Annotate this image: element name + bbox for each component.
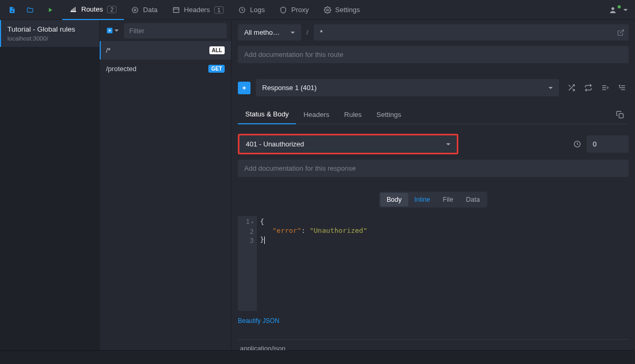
response-select[interactable]: Response 1 (401) [256, 79, 559, 96]
data-icon [131, 6, 139, 14]
route-item[interactable]: /protected GET [100, 60, 231, 78]
tab-data-label: Data [143, 6, 157, 14]
svg-rect-2 [174, 7, 179, 12]
svg-point-1 [132, 7, 138, 13]
method-badge: GET [208, 65, 225, 73]
chevron-down-icon [114, 29, 119, 32]
subtab-rules[interactable]: Rules [337, 105, 369, 124]
proxy-icon [280, 6, 287, 14]
bodytab-inline[interactable]: Inline [408, 193, 437, 206]
open-folder-icon[interactable] [22, 2, 38, 18]
response-doc-input[interactable] [238, 160, 629, 177]
tab-routes-badge: 2 [107, 6, 117, 13]
user-icon [609, 6, 617, 14]
route-path: /protected [106, 65, 137, 73]
path-separator: / [306, 28, 309, 36]
svg-point-0 [134, 9, 137, 11]
sidebar-env-item[interactable]: Tutorial - Global rules localhost:3000/ [0, 20, 99, 47]
method-value: All metho… [244, 28, 280, 36]
tab-headers-badge: 1 [214, 6, 224, 14]
editor-code[interactable]: { "error": "Unauthorized" } [257, 216, 371, 311]
routes-column: /* ALL /protected GET [100, 20, 232, 350]
svg-point-6 [611, 7, 614, 9]
status-select[interactable]: 401 - Unauthorized [238, 134, 458, 154]
latency-input[interactable] [586, 135, 629, 153]
chevron-down-icon [623, 9, 628, 11]
toolbar: Routes 2 Data Headers 1 Logs Proxy [0, 0, 635, 20]
tab-settings[interactable]: Settings [316, 0, 368, 20]
env-title: Tutorial - Global rules [7, 25, 92, 33]
chevron-down-icon [291, 32, 295, 34]
tab-logs[interactable]: Logs [231, 0, 272, 20]
new-file-icon[interactable] [4, 2, 20, 18]
settings-icon [324, 6, 331, 14]
tab-proxy-label: Proxy [291, 6, 309, 14]
svg-rect-8 [619, 113, 623, 117]
add-response-button[interactable] [238, 82, 251, 94]
subtab-status[interactable]: Status & Body [238, 105, 296, 124]
svg-point-5 [326, 9, 329, 11]
play-icon[interactable] [42, 2, 58, 18]
subtab-settings[interactable]: Settings [369, 105, 409, 124]
path-input[interactable] [318, 24, 617, 41]
shuffle-icon[interactable] [564, 81, 578, 95]
external-link-icon[interactable] [617, 29, 624, 36]
body-mode-tabs: Body Inline File Data [379, 192, 487, 208]
repeat-icon[interactable] [581, 81, 595, 95]
tab-headers[interactable]: Headers 1 [165, 0, 231, 20]
environments-sidebar: Tutorial - Global rules localhost:3000/ [0, 20, 100, 350]
bodytab-file[interactable]: File [436, 193, 459, 206]
sequential-icon[interactable] [598, 81, 612, 95]
tab-data[interactable]: Data [124, 0, 165, 20]
subtab-headers[interactable]: Headers [296, 105, 336, 124]
logs-icon [238, 6, 246, 14]
tab-proxy[interactable]: Proxy [272, 0, 316, 20]
headers-icon [172, 6, 180, 14]
bodytab-data[interactable]: Data [460, 193, 486, 206]
status-value: 401 - Unauthorized [246, 140, 304, 148]
chevron-down-icon [446, 143, 450, 145]
add-route-button[interactable] [104, 26, 121, 35]
beautify-json-link[interactable]: Beautify JSON [238, 317, 629, 324]
env-host: localhost:3000/ [7, 35, 92, 42]
method-select[interactable]: All metho… [238, 24, 301, 41]
copy-icon[interactable] [613, 107, 627, 121]
tab-logs-label: Logs [250, 6, 265, 14]
route-doc-input[interactable] [238, 46, 629, 63]
tab-headers-label: Headers [184, 6, 210, 14]
tab-routes-label: Routes [81, 5, 103, 13]
tab-settings-label: Settings [335, 6, 360, 14]
tab-routes[interactable]: Routes 2 [62, 0, 124, 20]
bodytab-body[interactable]: Body [380, 193, 408, 206]
chevron-down-icon [549, 87, 553, 89]
clock-icon [573, 140, 581, 148]
routes-icon [70, 6, 77, 13]
route-detail: All metho… / Response 1 (401) [232, 20, 635, 350]
route-item[interactable]: /* ALL [100, 41, 231, 60]
code-editor[interactable]: 1▾ 2 3 { "error": "Unauthorized" } [238, 216, 629, 311]
method-badge: ALL [209, 46, 225, 54]
fallback-icon[interactable] [615, 81, 629, 95]
filter-input[interactable] [124, 23, 227, 38]
user-menu[interactable] [605, 6, 631, 14]
status-dot [618, 5, 621, 8]
route-path: /* [106, 46, 111, 54]
response-value: Response 1 (401) [262, 84, 316, 92]
status-bar [0, 350, 635, 364]
editor-gutter: 1▾ 2 3 [238, 216, 257, 311]
